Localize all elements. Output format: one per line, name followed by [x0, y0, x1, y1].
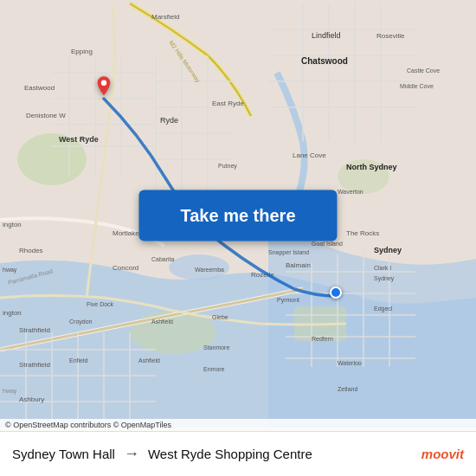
svg-text:hway: hway [3, 388, 17, 395]
to-label: West Ryde Shopping Centre [148, 447, 312, 461]
svg-text:Eastwood: Eastwood [24, 84, 55, 92]
svg-text:Sydney: Sydney [374, 246, 402, 254]
svg-text:ington: ington [3, 221, 22, 228]
svg-text:Chatswood: Chatswood [301, 56, 348, 66]
svg-text:Snapper Island: Snapper Island [268, 249, 309, 256]
svg-text:Roseville: Roseville [376, 32, 405, 40]
bottom-bar: Sydney Town Hall → West Ryde Shopping Ce… [0, 431, 476, 476]
svg-text:Denistone W: Denistone W [26, 112, 66, 119]
svg-text:Croydon: Croydon [69, 318, 93, 325]
svg-text:Enmore: Enmore [203, 366, 225, 372]
svg-text:Enfield: Enfield [69, 357, 88, 363]
svg-text:Marsfield: Marsfield [151, 13, 179, 21]
svg-text:Castle Cove: Castle Cove [407, 68, 440, 74]
svg-text:Waverton: Waverton [338, 189, 363, 195]
svg-text:Goat Island: Goat Island [312, 241, 343, 247]
destination-pin [330, 286, 342, 299]
svg-text:ington: ington [3, 309, 22, 317]
svg-text:Lane Cove: Lane Cove [293, 151, 326, 159]
svg-text:Cabarita: Cabarita [151, 256, 175, 262]
svg-text:Epping: Epping [71, 48, 93, 55]
svg-text:Ashbury: Ashbury [19, 396, 44, 403]
svg-text:Lindfield: Lindfield [312, 31, 341, 40]
svg-text:Middle Cove: Middle Cove [400, 83, 434, 89]
svg-text:Wareemba: Wareemba [195, 267, 224, 273]
svg-text:Waterloo: Waterloo [338, 360, 362, 366]
svg-text:Pyrmont: Pyrmont [277, 297, 299, 304]
svg-text:Rhodes: Rhodes [19, 247, 43, 254]
cta-wrapper: Take me there [138, 190, 337, 241]
moovit-logo: moovit [421, 447, 464, 461]
svg-text:Sydney: Sydney [374, 275, 395, 282]
svg-text:The Rocks: The Rocks [346, 229, 379, 237]
svg-point-99 [101, 80, 106, 85]
origin-pin [94, 76, 113, 106]
svg-text:hway: hway [3, 267, 17, 273]
svg-text:Ryde: Ryde [160, 116, 178, 125]
svg-text:Glebe: Glebe [212, 314, 228, 320]
svg-text:West Ryde: West Ryde [59, 135, 99, 144]
svg-text:Balmain: Balmain [286, 261, 311, 269]
svg-text:Five Dock: Five Dock [87, 301, 114, 307]
from-label: Sydney Town Hall [12, 447, 115, 461]
svg-text:Redfern: Redfern [312, 336, 333, 342]
svg-text:East Ryde: East Ryde [212, 100, 244, 107]
svg-text:Clark I: Clark I [374, 265, 391, 271]
map-area: Epping Marsfield Eastwood Denistone W We… [0, 0, 476, 431]
moovit-brand-text: moovit [421, 447, 464, 461]
app-container: Epping Marsfield Eastwood Denistone W We… [0, 0, 476, 476]
svg-text:Strathfield: Strathfield [19, 361, 50, 369]
take-me-there-button[interactable]: Take me there [138, 190, 337, 241]
svg-text:Ashfield: Ashfield [151, 318, 173, 325]
svg-text:Mortlake: Mortlake [113, 229, 139, 237]
svg-text:Concord: Concord [113, 264, 138, 272]
map-attribution: © OpenStreetMap contributors © OpenMapTi… [0, 419, 476, 431]
svg-text:Edgecl: Edgecl [374, 306, 393, 312]
svg-text:Putney: Putney [218, 163, 237, 170]
svg-text:North Sydney: North Sydney [346, 163, 397, 171]
svg-text:Ashfield: Ashfield [138, 357, 160, 363]
svg-text:Stanmore: Stanmore [203, 344, 229, 351]
svg-text:Strathfield: Strathfield [19, 326, 50, 334]
direction-arrow: → [124, 445, 139, 463]
svg-text:Zetland: Zetland [338, 386, 357, 392]
